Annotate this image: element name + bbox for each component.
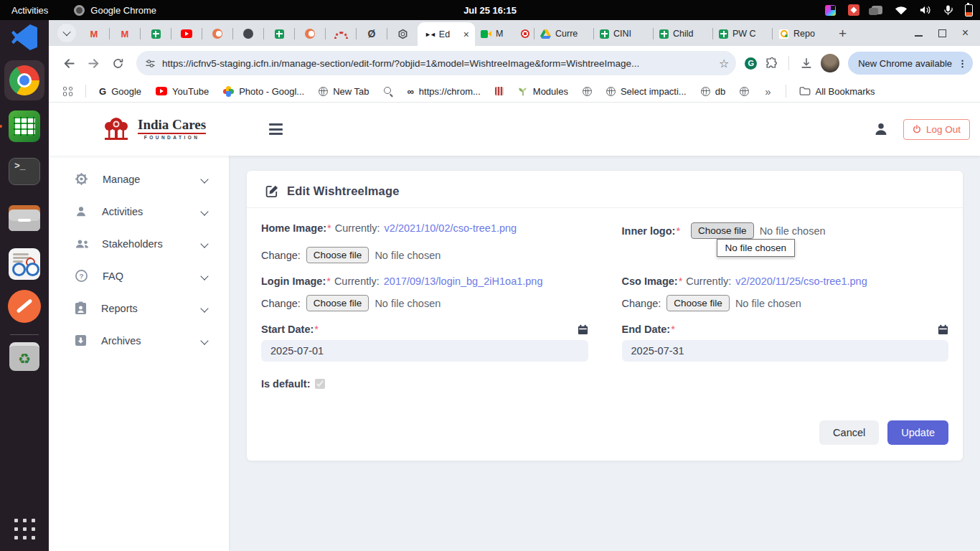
bookmark-apps[interactable] — [57, 85, 78, 98]
tab-repo[interactable]: Repo — [773, 22, 831, 46]
all-bookmarks-button[interactable]: All Bookmarks — [793, 84, 881, 99]
back-button[interactable] — [59, 57, 79, 70]
logout-button[interactable]: Log Out — [903, 119, 970, 140]
bookmark-google[interactable]: GGoogle — [93, 84, 147, 99]
screenshare-icon[interactable] — [848, 4, 859, 16]
reload-icon — [112, 57, 124, 70]
volume-icon[interactable] — [920, 5, 931, 15]
dock-item-app-grid[interactable] — [14, 519, 35, 540]
bookmark-select-impact[interactable]: Select impacti... — [600, 84, 692, 99]
bookmark-globe-1[interactable] — [577, 85, 598, 98]
cso-image-link[interactable]: v2/2020/11/25/cso-tree1.png — [735, 276, 867, 287]
bookmark-photos[interactable]: Photo - Googl... — [217, 84, 310, 99]
calendar-icon[interactable] — [578, 324, 588, 335]
sidebar-item-reports[interactable]: Reports — [49, 292, 229, 324]
dock-item-document-viewer[interactable] — [9, 248, 40, 280]
activities-button[interactable]: Activities — [11, 5, 48, 16]
url-text[interactable]: https://icfnv5-staging.icfn.in/manage-se… — [162, 58, 712, 69]
tab-active-edit[interactable]: ►◄ Ed × — [418, 22, 475, 46]
bookmarks-overflow-button[interactable]: » — [758, 85, 778, 98]
login-image-link[interactable]: 2017/09/13/login_bg_2iH1oa1.png — [384, 276, 543, 287]
dock-item-postman[interactable] — [8, 290, 41, 323]
bookmark-modules[interactable]: Modules — [512, 84, 574, 99]
extensions-button[interactable] — [761, 57, 781, 70]
tab-openai[interactable] — [387, 22, 418, 46]
tab-youtube[interactable] — [171, 22, 202, 46]
archive-box-icon — [75, 334, 87, 347]
sidebar-item-activities[interactable]: Activities — [49, 195, 229, 227]
tab-drive[interactable]: Curre — [534, 22, 593, 46]
home-image-choose-file-button[interactable]: Choose file — [306, 247, 369, 263]
window-minimize-button[interactable] — [915, 35, 923, 37]
dock-item-trash[interactable]: ♻ — [9, 342, 39, 371]
tab-red-arc[interactable] — [326, 22, 356, 46]
tab-sheets-2[interactable] — [264, 22, 294, 46]
tab-gmail-1[interactable]: M — [79, 22, 109, 46]
profile-avatar[interactable] — [821, 54, 839, 72]
youtube-icon — [181, 29, 192, 38]
new-tab-button[interactable]: + — [839, 26, 847, 42]
clock[interactable]: Jul 25 16:15 — [463, 5, 517, 16]
person-icon — [75, 205, 88, 218]
sidebar-item-archives[interactable]: Archives — [49, 324, 229, 357]
tab-sheets-1[interactable] — [141, 22, 171, 46]
chrome-update-button[interactable]: New Chrome available ⋮ — [848, 52, 973, 75]
forward-button[interactable] — [83, 57, 103, 70]
dock-item-terminal[interactable]: >_ — [9, 158, 40, 185]
tab-sheets-child[interactable]: Child — [654, 22, 712, 46]
bookmark-red-app[interactable] — [489, 85, 509, 98]
bookmark-star-icon[interactable]: ☆ — [719, 57, 729, 70]
toolbox-icon[interactable] — [825, 5, 836, 16]
tab-close-button[interactable]: × — [463, 29, 469, 39]
inner-logo-choose-file-button[interactable]: Choose file — [691, 222, 754, 239]
browser-menu-icon[interactable]: ⋮ — [958, 58, 967, 69]
tab-meet[interactable]: M — [475, 22, 534, 46]
focused-app-chip[interactable]: Google Chrome — [74, 5, 156, 16]
bookmark-db[interactable]: db — [695, 84, 731, 99]
login-image-choose-file-button[interactable]: Choose file — [306, 295, 369, 311]
sidebar-item-manage[interactable]: Manage — [49, 163, 229, 195]
sidebar-item-faq[interactable]: ? FAQ — [49, 260, 229, 292]
end-date-input[interactable] — [622, 340, 949, 362]
tab-sheets-pw[interactable]: PW C — [713, 22, 772, 46]
tab-gmail-2[interactable]: M — [110, 22, 140, 46]
cancel-button[interactable]: Cancel — [819, 420, 879, 445]
home-image-link[interactable]: v2/2021/10/02/cso-tree1.png — [385, 222, 517, 234]
wifi-icon[interactable] — [895, 6, 908, 15]
calendar-icon[interactable] — [938, 324, 948, 335]
sidebar-toggle-button[interactable] — [269, 123, 283, 135]
tab-search-button[interactable] — [57, 24, 76, 42]
bookmark-new-tab[interactable]: New Tab — [313, 84, 374, 99]
user-icon[interactable] — [873, 121, 889, 137]
sidebar-item-stakeholders[interactable]: Stakeholders — [49, 227, 229, 260]
microphone-icon[interactable] — [943, 5, 953, 16]
tab-claude-1[interactable] — [202, 22, 232, 46]
battery-icon[interactable] — [965, 4, 973, 17]
update-button[interactable]: Update — [887, 420, 948, 445]
is-default-checkbox[interactable] — [315, 379, 325, 389]
tab-sheets-cini[interactable]: CINI — [594, 22, 653, 46]
bookmark-chrom[interactable]: ∞https://chrom... — [402, 84, 486, 99]
dock-item-libreoffice-calc[interactable] — [9, 110, 40, 142]
tab-claude-2[interactable] — [295, 22, 325, 46]
bookmark-search[interactable] — [378, 85, 399, 98]
dock-item-chrome[interactable] — [4, 60, 44, 100]
downloads-button[interactable] — [796, 57, 816, 70]
address-bar[interactable]: https://icfnv5-staging.icfn.in/manage-se… — [136, 51, 736, 75]
bookmark-youtube[interactable]: YouTube — [150, 84, 215, 99]
dock-item-files[interactable] — [9, 205, 40, 231]
tab-null[interactable]: Ø — [357, 22, 387, 46]
window-close-button[interactable]: × — [962, 27, 969, 39]
tab-dark-site[interactable] — [233, 22, 263, 46]
window-restore-button[interactable] — [938, 29, 946, 37]
site-settings-icon[interactable] — [145, 58, 156, 69]
site-logo[interactable]: India Cares FOUNDATION — [100, 116, 206, 142]
bookmark-globe-2[interactable] — [734, 85, 755, 98]
notifications-icon[interactable] — [872, 6, 882, 14]
start-date-input[interactable] — [261, 340, 588, 362]
claude-icon — [212, 29, 222, 39]
reload-button[interactable] — [108, 57, 128, 70]
cso-image-choose-file-button[interactable]: Choose file — [666, 295, 730, 311]
grammarly-extension-icon[interactable]: G — [745, 57, 757, 70]
dock-item-vscode[interactable] — [11, 24, 37, 50]
